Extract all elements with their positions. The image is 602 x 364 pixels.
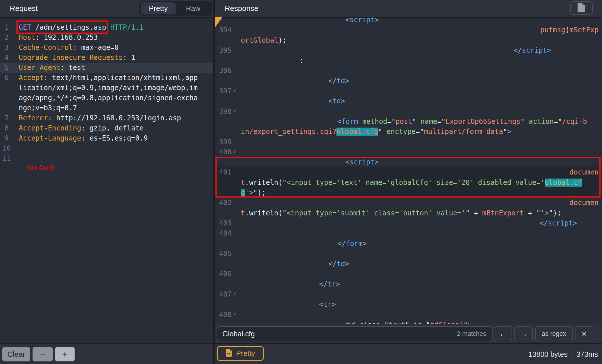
- search-input[interactable]: [217, 330, 457, 338]
- code-line: t.writeln("<input type='submit' class='b…: [215, 208, 602, 218]
- code-line: 4Upgrade-Insecure-Requests: 1: [0, 53, 213, 63]
- code-line: 397∨: [215, 86, 602, 96]
- code-line: 408∨: [215, 310, 602, 320]
- line-number: 4: [0, 53, 13, 63]
- line-number: [215, 279, 232, 289]
- line-number: [215, 17, 232, 25]
- code-line: <td class="text" id="tdGlobal">: [215, 320, 602, 324]
- zoom-in-button[interactable]: +: [55, 347, 75, 361]
- code-line: 8Accept-Encoding: gzip, deflate: [0, 123, 213, 133]
- code-line: g'>");: [215, 188, 602, 198]
- line-number: 395: [215, 46, 232, 56]
- fold-chevron-icon[interactable]: ∨: [233, 88, 236, 92]
- response-header: Response: [215, 0, 602, 18]
- code-line: 394putmsg(mSetExp: [215, 25, 602, 35]
- code-line: nge;v=b3;q=0.7: [0, 103, 213, 113]
- code-line: 405: [215, 249, 602, 259]
- line-number: [215, 157, 232, 167]
- line-number: [215, 127, 232, 137]
- code-line: :: [215, 56, 602, 66]
- code-text: Accept: text/html,application/xhtml+xml,…: [13, 73, 213, 83]
- code-text: <tr>: [233, 299, 602, 310]
- fold-chevron-icon[interactable]: ∨: [233, 109, 236, 113]
- code-text: Accept-Encoding: gzip, deflate: [13, 123, 213, 133]
- code-text: <script>: [233, 157, 602, 167]
- request-code-editor[interactable]: 1GET /adm/settings.asp HTTP/1.12Host: 19…: [0, 17, 213, 343]
- line-number: [215, 178, 232, 188]
- response-file-button[interactable]: [570, 1, 593, 15]
- code-line: </form>: [215, 239, 602, 249]
- code-line: 407∨: [215, 289, 602, 299]
- request-header: Request Pretty Raw: [0, 0, 213, 18]
- code-line: 398∨: [215, 107, 602, 117]
- line-number: [215, 299, 232, 310]
- response-panel: Response <script>394putmsg(mSetExportGlo…: [215, 0, 602, 364]
- zoom-out-button[interactable]: −: [33, 347, 53, 361]
- response-stats: 13800 bytes | 373ms: [528, 344, 598, 364]
- tab-pretty[interactable]: Pretty: [141, 2, 176, 14]
- line-number: [215, 56, 232, 66]
- code-text: [233, 289, 602, 299]
- line-number: 10: [0, 143, 13, 153]
- line-number: 400: [215, 147, 232, 157]
- code-text: <script>: [233, 17, 602, 25]
- arrow-left-icon: ←: [499, 329, 507, 338]
- tab-raw[interactable]: Raw: [176, 2, 211, 14]
- code-line: 7Referer: http://192.168.0.253/login.asp: [0, 113, 213, 123]
- code-line: ortGlobal);: [215, 35, 602, 46]
- close-search-button[interactable]: ×: [575, 326, 593, 341]
- code-text: </form>: [233, 239, 602, 249]
- line-number: 396: [215, 66, 232, 76]
- code-text: nge;v=b3;q=0.7: [13, 103, 213, 113]
- line-number: 2: [0, 33, 13, 43]
- code-line: 396: [215, 66, 602, 76]
- code-line: in/export_settings.cgi?Global.cfg" encty…: [215, 127, 602, 137]
- code-line: <form method="post" name="ExportOp66Sett…: [215, 117, 602, 127]
- code-text: g'>");: [233, 188, 602, 198]
- code-text: [233, 310, 602, 320]
- line-number: 1: [0, 22, 13, 33]
- close-icon: ×: [582, 329, 587, 338]
- line-number: 5: [0, 63, 13, 73]
- fold-chevron-icon[interactable]: ∨: [233, 149, 236, 153]
- code-line: 6Accept: text/html,application/xhtml+xml…: [0, 73, 213, 83]
- line-number: [215, 76, 232, 86]
- code-text: GET /adm/settings.asp HTTP/1.1: [13, 22, 213, 33]
- clear-button[interactable]: Clear: [2, 347, 30, 361]
- code-line: 402documen: [215, 198, 602, 208]
- line-number: [215, 239, 232, 249]
- response-code-editor[interactable]: <script>394putmsg(mSetExportGlobal);395<…: [215, 17, 602, 324]
- file-icon: [578, 3, 585, 13]
- line-number: [0, 93, 13, 103]
- code-line: 10: [0, 143, 213, 153]
- code-line: </td>: [215, 76, 602, 86]
- code-line: 3Cache-Control: max-age=0: [0, 43, 213, 53]
- code-line: 399: [215, 137, 602, 147]
- code-text: </script>: [233, 218, 602, 228]
- previous-match-button[interactable]: ←: [494, 326, 512, 341]
- code-text: [233, 86, 602, 96]
- fold-chevron-icon[interactable]: ∨: [233, 291, 236, 296]
- code-text: [13, 143, 213, 153]
- fold-chevron-icon[interactable]: ∨: [233, 312, 236, 316]
- line-number: [215, 188, 232, 198]
- code-text: age/apng,*/*;q=0.8,application/signed-ex…: [13, 93, 213, 103]
- code-text: putmsg(mSetExp: [233, 25, 602, 35]
- line-number: 403: [215, 218, 232, 228]
- line-number: 398: [215, 107, 232, 117]
- code-line: 404: [215, 228, 602, 238]
- code-text: [13, 153, 213, 164]
- code-text: t.writeln("<input type='submit' class='b…: [233, 208, 602, 218]
- code-line: lication/xml;q=0.9,image/avif,image/webp…: [0, 83, 213, 93]
- next-match-button[interactable]: →: [514, 326, 533, 341]
- line-number: 405: [215, 249, 232, 259]
- pretty-toggle-button[interactable]: <> Pretty: [217, 346, 264, 361]
- code-file-icon: <>: [226, 349, 232, 359]
- code-line: <script>: [215, 17, 602, 25]
- request-view-tabs: Pretty Raw: [139, 1, 212, 16]
- line-number: [215, 259, 232, 269]
- as-regex-toggle[interactable]: as regex: [535, 326, 573, 341]
- line-number: [215, 96, 232, 106]
- code-text: Cache-Control: max-age=0: [13, 43, 213, 53]
- line-number: 408: [215, 310, 232, 320]
